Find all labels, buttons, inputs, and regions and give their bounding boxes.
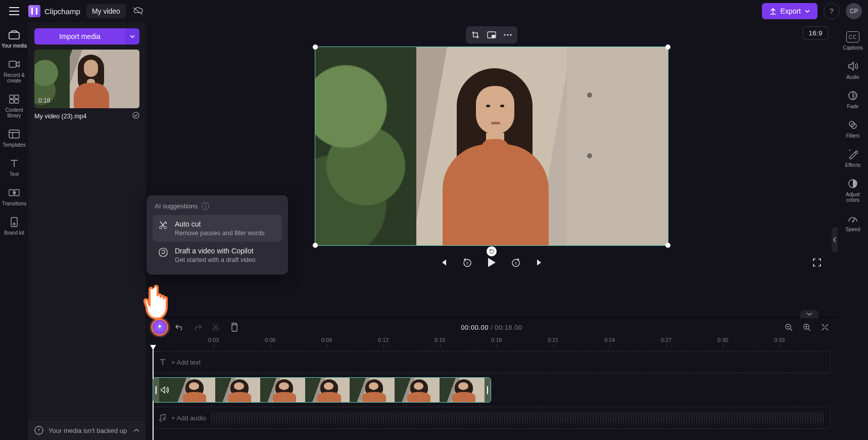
skip-start-button[interactable] [436,255,451,270]
add-text-track[interactable]: + Add text [153,351,831,373]
zoom-in-button[interactable] [801,322,812,333]
preview-video-frame [315,47,668,245]
timeline-collapse-button[interactable] [800,310,818,318]
nav-text[interactable]: Text [0,154,28,181]
undo-button[interactable] [174,322,185,333]
nav-filters[interactable]: Filters [839,115,867,143]
fullscreen-button[interactable] [809,255,825,270]
timeline-tracks: + Add text ┃ [146,348,838,440]
svg-rect-13 [492,35,495,37]
templates-icon [8,127,21,141]
nav-effects[interactable]: Effects [839,145,867,172]
copilot-icon [158,247,169,258]
pip-button[interactable] [484,28,499,41]
svg-point-10 [13,223,15,225]
svg-text:5: 5 [466,261,468,265]
svg-point-28 [849,121,854,126]
info-icon[interactable]: i [202,202,209,210]
svg-rect-6 [9,130,19,138]
video-track: ┃ ┃ [153,377,831,403]
speed-icon [846,212,859,225]
nav-adjust-colors[interactable]: Adjust colors [839,174,867,207]
play-button[interactable] [484,255,499,270]
adjust-colors-icon [846,177,859,190]
svg-rect-24 [232,325,237,331]
media-panel: Import media 0:18 My video (23).mp4 [28,22,146,440]
brand-kit-icon [8,215,21,229]
svg-text:5: 5 [515,261,517,265]
zoom-out-button[interactable] [783,322,794,333]
svg-rect-5 [15,100,19,103]
ai-suggestions-button[interactable] [153,320,167,334]
preview-canvas[interactable] [315,47,668,246]
library-icon [8,93,21,106]
hamburger-menu[interactable] [6,3,22,19]
skip-forward-button[interactable]: 5 [508,255,523,270]
import-media-button[interactable]: Import media [34,28,125,45]
svg-point-29 [851,123,856,128]
import-media-dropdown[interactable] [125,28,139,45]
filters-icon [846,118,859,131]
nav-captions[interactable]: CC Captions [839,27,867,55]
aspect-ratio-selector[interactable]: 16:9 [803,26,829,40]
ai-popup-header: AI suggestions [155,202,198,210]
ai-option-copilot-draft[interactable]: Draft a video with Copilot Get started w… [153,242,282,269]
svg-point-31 [852,221,854,223]
export-button[interactable]: Export [762,3,817,19]
redo-button[interactable] [192,322,203,333]
timeline-clip[interactable]: ┃ ┃ [153,377,491,403]
skip-end-button[interactable] [533,255,548,270]
svg-point-23 [217,328,219,331]
nav-audio[interactable]: Audio [839,57,867,84]
help-button[interactable]: ? [824,3,840,19]
clip-trim-start[interactable]: ┃ [153,378,159,402]
right-panel-expand[interactable] [832,227,838,252]
app-logo[interactable]: Clipchamp [28,5,80,17]
transitions-icon [8,186,21,199]
crop-button[interactable] [468,28,483,41]
split-button[interactable] [210,322,221,333]
ai-option-auto-cut[interactable]: Auto cut Remove pauses and filler words [153,215,282,242]
project-title[interactable]: My video [86,4,126,18]
skip-back-button[interactable]: 5 [460,255,475,270]
music-icon [159,414,166,422]
preview-toolbar [466,26,517,43]
backup-status-bar[interactable]: Your media isn't backed up [28,421,146,440]
add-audio-track[interactable]: + Add audio [153,407,831,429]
nav-your-media[interactable]: Your media [0,25,28,53]
audio-icon [846,60,859,73]
svg-rect-2 [10,95,14,99]
zoom-fit-button[interactable] [819,322,831,333]
text-icon [8,157,21,170]
timeline-ruler[interactable]: 0:03 0:06 0:09 0:12 0:15 0:18 0:21 0:24 … [153,337,831,348]
nav-fade[interactable]: Fade [839,86,867,113]
clip-trim-end[interactable]: ┃ [485,378,491,402]
user-avatar[interactable]: CP [846,3,862,19]
clip-filename: My video (23).mp4 [34,113,87,120]
more-options-button[interactable] [500,28,515,41]
nav-content-library[interactable]: Content library [0,90,28,122]
resize-handle-tl[interactable] [313,45,318,50]
media-clip[interactable]: 0:18 My video (23).mp4 [34,50,139,120]
nav-record-create[interactable]: Record & create [0,55,28,87]
timeline-timecode: 00:00.00/00:18.00 [461,324,522,331]
copy-button[interactable] [228,322,239,333]
warning-icon [34,426,43,435]
fade-icon [846,89,859,102]
nav-templates[interactable]: Templates [0,124,28,152]
export-label: Export [781,7,801,15]
svg-rect-1 [9,61,16,67]
resize-handle-tr[interactable] [665,45,670,50]
text-icon [159,359,166,366]
clip-audio-icon[interactable] [159,378,170,402]
effects-icon [846,148,859,161]
app-name: Clipchamp [44,7,80,16]
cloud-off-icon[interactable] [132,5,144,17]
media-clip-thumbnail: 0:18 [34,50,139,108]
upload-icon [769,8,777,15]
nav-speed[interactable]: Speed [839,209,867,236]
nav-brand-kit[interactable]: Brand kit [0,212,28,240]
clip-frames [170,378,485,402]
clipchamp-logo-icon [28,5,40,17]
nav-transitions[interactable]: Transitions [0,183,28,210]
